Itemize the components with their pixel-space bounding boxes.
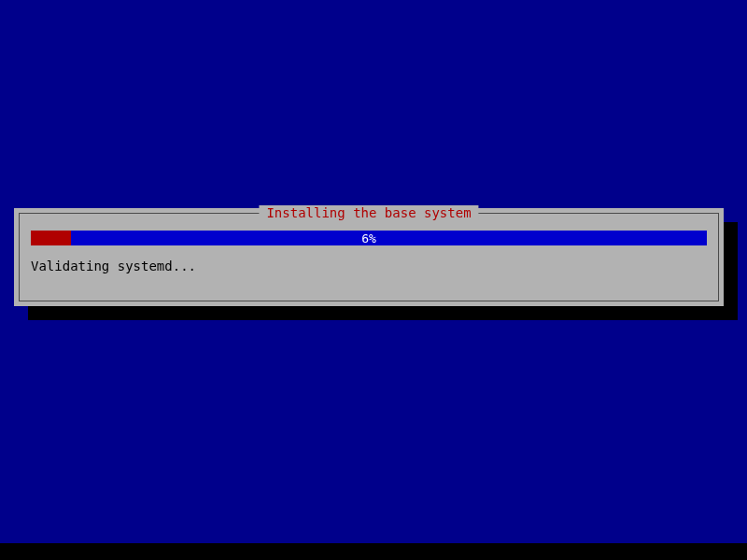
progress-bar: 6% (31, 231, 707, 245)
installer-dialog: Installing the base system 6% Validating… (14, 208, 724, 306)
bottom-bar (0, 543, 747, 560)
dialog-title: Installing the base system (259, 205, 478, 220)
progress-fill (31, 231, 71, 245)
progress-label: 6% (361, 231, 376, 245)
status-text: Validating systemd... (31, 259, 707, 273)
dialog-inner: Installing the base system 6% Validating… (19, 213, 719, 301)
